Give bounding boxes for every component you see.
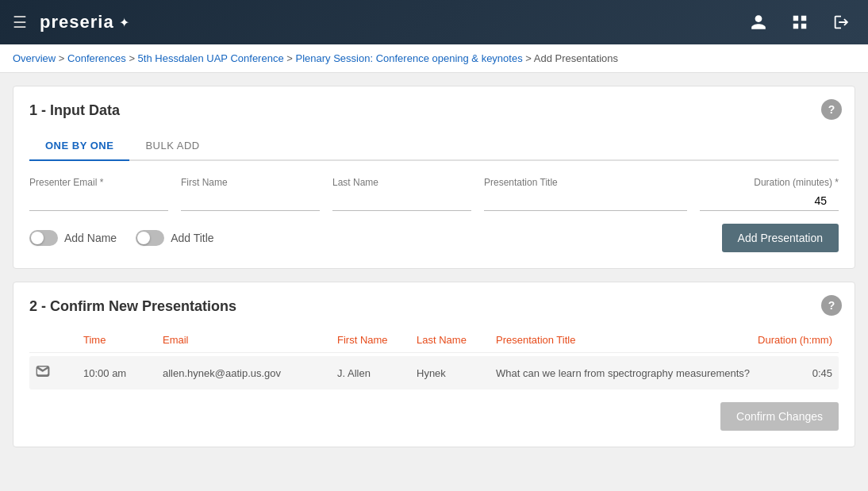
toggle-title-switch[interactable] <box>136 230 164 246</box>
title-input[interactable] <box>484 191 687 211</box>
section-confirm-presentations: 2 - Confirm New Presentations ? Time Ema… <box>13 282 855 447</box>
confirm-changes-button[interactable]: Confirm Changes <box>720 402 839 431</box>
logo: preseria ✦ <box>40 12 129 33</box>
row-email: allen.hynek@aatip.us.gov <box>163 367 337 379</box>
hamburger-icon[interactable]: ☰ <box>13 13 27 32</box>
col-icon <box>36 334 83 346</box>
input-form-row: Presenter Email * First Name Last Name P… <box>29 177 839 211</box>
row-title: What can we learn from spectrography mea… <box>496 367 753 379</box>
firstname-input[interactable] <box>181 191 320 211</box>
table-row: 10:00 am allen.hynek@aatip.us.gov J. All… <box>29 356 839 389</box>
col-title: Presentation Title <box>496 334 753 346</box>
breadcrumb-current: Add Presentations <box>534 52 618 64</box>
app-header: ☰ preseria ✦ <box>0 0 868 44</box>
title-label: Presentation Title <box>484 177 687 188</box>
lastname-label: Last Name <box>332 177 471 188</box>
row-firstname: J. Allen <box>337 367 417 379</box>
row-duration: 0:45 <box>753 367 832 379</box>
breadcrumb-session[interactable]: Plenary Session: Conference opening & ke… <box>295 52 522 64</box>
toggle-add-title[interactable]: Add Title <box>136 230 213 246</box>
person-icon[interactable] <box>744 8 773 36</box>
section1-title: 1 - Input Data <box>29 102 839 119</box>
toggle-row: Add Name Add Title <box>29 230 214 246</box>
logout-icon[interactable] <box>827 8 855 36</box>
email-label: Presenter Email * <box>29 177 168 188</box>
col-firstname: First Name <box>337 334 417 346</box>
section2-help-icon[interactable]: ? <box>821 295 842 316</box>
breadcrumb-overview[interactable]: Overview <box>13 52 56 64</box>
email-input[interactable] <box>29 191 168 211</box>
table-header: Time Email First Name Last Name Presenta… <box>29 328 839 353</box>
breadcrumb: Overview > Conferences > 5th Hessdalen U… <box>0 44 868 73</box>
col-time: Time <box>83 334 163 346</box>
row-time: 10:00 am <box>83 367 163 379</box>
form-bottom-row: Add Name Add Title Add Presentation <box>29 224 839 252</box>
title-field-wrapper: Presentation Title <box>484 177 687 211</box>
row-lastname: Hynek <box>417 367 496 379</box>
header-right <box>744 8 855 36</box>
toggle-add-name[interactable]: Add Name <box>29 230 117 246</box>
header-left: ☰ preseria ✦ <box>13 12 129 33</box>
breadcrumb-conference[interactable]: 5th Hessdalen UAP Conference <box>138 52 284 64</box>
col-email: Email <box>163 334 337 346</box>
add-presentation-button[interactable]: Add Presentation <box>722 224 839 252</box>
lastname-input[interactable] <box>332 191 471 211</box>
main-content: 1 - Input Data ? ONE BY ONE BULK ADD Pre… <box>0 73 868 460</box>
toggle-name-label: Add Name <box>64 232 117 244</box>
col-lastname: Last Name <box>417 334 496 346</box>
firstname-field-wrapper: First Name <box>181 177 320 211</box>
tab-one-by-one[interactable]: ONE BY ONE <box>29 132 129 161</box>
firstname-label: First Name <box>181 177 320 188</box>
section2-title: 2 - Confirm New Presentations <box>29 298 839 315</box>
section1-help-icon[interactable]: ? <box>821 99 842 120</box>
input-tabs: ONE BY ONE BULK ADD <box>29 132 839 161</box>
breadcrumb-conferences[interactable]: Conferences <box>67 52 126 64</box>
duration-field-wrapper: Duration (minutes) * <box>700 177 839 211</box>
toggle-name-switch[interactable] <box>29 230 58 246</box>
lastname-field-wrapper: Last Name <box>332 177 471 211</box>
email-field-wrapper: Presenter Email * <box>29 177 168 211</box>
duration-label: Duration (minutes) * <box>700 177 839 188</box>
logo-star: ✦ <box>119 15 129 30</box>
logo-text: preseria <box>40 12 114 33</box>
confirm-row: Confirm Changes <box>29 402 839 431</box>
section-input-data: 1 - Input Data ? ONE BY ONE BULK ADD Pre… <box>13 86 855 269</box>
row-envelope-icon <box>36 366 83 380</box>
tab-bulk-add[interactable]: BULK ADD <box>129 132 215 161</box>
col-duration: Duration (h:mm) <box>753 334 832 346</box>
duration-input[interactable] <box>700 191 839 211</box>
toggle-title-label: Add Title <box>171 232 213 244</box>
grid-icon[interactable] <box>785 8 814 36</box>
